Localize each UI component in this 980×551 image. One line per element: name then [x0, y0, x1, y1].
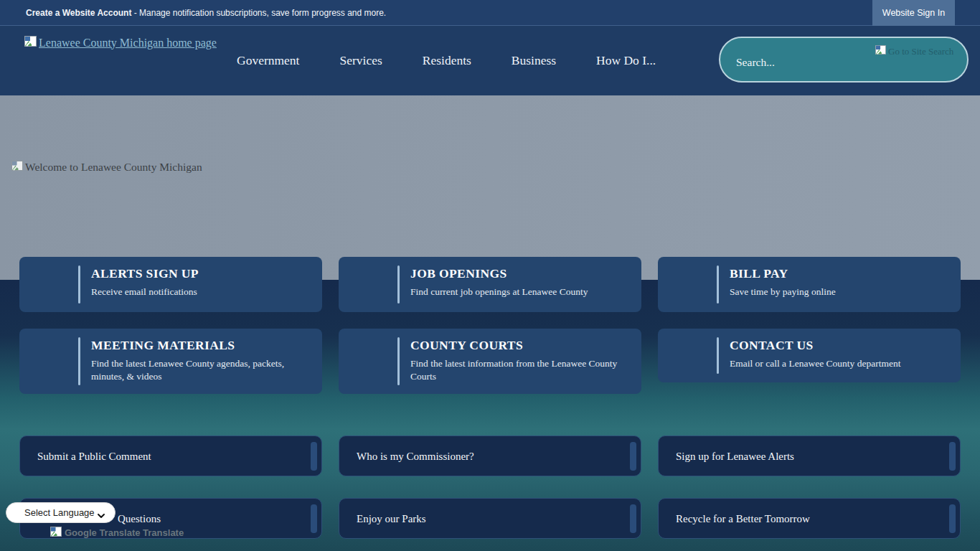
- main-navigation: Government Services Residents Business H…: [237, 26, 656, 95]
- card-body: JOB OPENINGS Find current job openings a…: [339, 257, 641, 308]
- card-body: COUNTY COURTS Find the latest informatio…: [339, 329, 641, 392]
- card-description: Email or call a Lenawee County departmen…: [730, 357, 946, 370]
- quick-link-who-is-my-commissioner[interactable]: Who is my Commissioner?: [339, 435, 641, 476]
- card-body: CONTACT US Email or call a Lenawee Count…: [658, 329, 961, 380]
- google-translate-attribution[interactable]: Google Translate Translate: [50, 527, 184, 539]
- search-input[interactable]: [736, 54, 865, 71]
- quick-link-label: Sign up for Lenawee Alerts: [676, 450, 794, 462]
- account-message: Create a Website Account - Manage notifi…: [26, 0, 386, 26]
- broken-image-icon: [50, 527, 62, 539]
- quick-link-enjoy-our-parks[interactable]: Enjoy our Parks: [339, 498, 641, 539]
- quick-link-label: Questions: [118, 512, 161, 524]
- search-box[interactable]: Go to Site Search: [719, 37, 969, 83]
- quick-link-label: Who is my Commissioner?: [357, 450, 474, 462]
- search-go-alt-text: Go to Site Search: [888, 46, 953, 57]
- card-divider: [717, 337, 719, 374]
- card-description: Find the latest Lenawee County agendas, …: [91, 357, 308, 382]
- card-body: MEETING MATERIALS Find the latest Lenawe…: [19, 329, 322, 392]
- nav-item-services[interactable]: Services: [339, 53, 382, 68]
- card-description: Receive email notifications: [91, 286, 308, 298]
- feature-card-row-1: ALERTS SIGN UP Receive email notificatio…: [19, 257, 961, 312]
- card-title: BILL PAY: [730, 266, 946, 281]
- card-title: COUNTY COURTS: [410, 338, 627, 353]
- create-account-link[interactable]: Create a Website Account: [26, 8, 131, 18]
- card-alerts-sign-up[interactable]: ALERTS SIGN UP Receive email notificatio…: [19, 257, 322, 312]
- language-select-dropdown[interactable]: Select Language: [6, 502, 116, 523]
- broken-image-icon: [11, 161, 23, 174]
- card-divider: [397, 337, 400, 385]
- quick-link-label: Enjoy our Parks: [357, 512, 426, 524]
- card-divider: [78, 265, 80, 303]
- nav-item-government[interactable]: Government: [237, 53, 299, 68]
- hero-alt-text: Welcome to Lenawee County Michigan: [25, 161, 202, 174]
- hero-broken-image: Welcome to Lenawee County Michigan: [11, 161, 202, 174]
- site-header: Lenawee County Michigan home page Govern…: [0, 26, 980, 95]
- quick-link-recycle-better-tomorrow[interactable]: Recycle for a Better Tomorrow: [658, 498, 961, 539]
- button-accent-bar: [311, 504, 317, 533]
- card-bill-pay[interactable]: BILL PAY Save time by paying online: [658, 257, 961, 312]
- button-accent-bar: [949, 442, 956, 471]
- search-go-button[interactable]: Go to Site Search: [875, 45, 953, 57]
- card-meeting-materials[interactable]: MEETING MATERIALS Find the latest Lenawe…: [19, 329, 322, 394]
- card-title: ALERTS SIGN UP: [91, 266, 308, 281]
- account-message-text: - Manage notification subscriptions, sav…: [131, 8, 386, 18]
- card-description: Save time by paying online: [730, 286, 946, 298]
- quick-link-submit-public-comment[interactable]: Submit a Public Comment: [19, 435, 322, 476]
- nav-item-business[interactable]: Business: [512, 53, 556, 68]
- card-title: JOB OPENINGS: [410, 266, 627, 281]
- home-logo-link[interactable]: Lenawee County Michigan home page: [24, 36, 217, 50]
- hero-banner: Welcome to Lenawee County Michigan: [0, 95, 980, 280]
- home-logo-alt-text: Lenawee County Michigan home page: [39, 37, 217, 50]
- nav-item-residents[interactable]: Residents: [423, 53, 471, 68]
- card-title: CONTACT US: [730, 338, 946, 353]
- broken-image-icon: [24, 36, 37, 50]
- chevron-down-icon: [97, 509, 105, 522]
- page: Create a Website Account - Manage notifi…: [0, 0, 980, 551]
- website-sign-in-button[interactable]: Website Sign In: [872, 0, 955, 26]
- button-accent-bar: [630, 442, 636, 471]
- card-divider: [397, 265, 400, 303]
- button-accent-bar: [630, 504, 636, 533]
- button-accent-bar: [311, 442, 317, 471]
- quick-link-sign-up-lenawee-alerts[interactable]: Sign up for Lenawee Alerts: [658, 435, 961, 476]
- google-translate-alt-text: Google Translate Translate: [65, 527, 184, 538]
- quick-link-label: Submit a Public Comment: [37, 450, 151, 462]
- top-bar: Create a Website Account - Manage notifi…: [0, 0, 980, 26]
- card-job-openings[interactable]: JOB OPENINGS Find current job openings a…: [339, 257, 641, 312]
- nav-item-how-do-i[interactable]: How Do I...: [596, 53, 656, 68]
- card-county-courts[interactable]: COUNTY COURTS Find the latest informatio…: [339, 329, 641, 394]
- quick-link-row-1: Submit a Public Comment Who is my Commis…: [19, 435, 961, 476]
- card-body: BILL PAY Save time by paying online: [658, 257, 961, 308]
- sign-in-label: Website Sign In: [882, 8, 945, 18]
- card-divider: [717, 265, 719, 303]
- card-body: ALERTS SIGN UP Receive email notificatio…: [19, 257, 322, 308]
- button-accent-bar: [949, 504, 956, 533]
- language-select-label: Select Language: [6, 507, 95, 518]
- card-contact-us[interactable]: CONTACT US Email or call a Lenawee Count…: [658, 329, 961, 382]
- card-description: Find the latest information from the Len…: [410, 357, 627, 382]
- card-divider: [78, 337, 80, 385]
- card-title: MEETING MATERIALS: [91, 338, 308, 353]
- feature-card-row-2: MEETING MATERIALS Find the latest Lenawe…: [19, 329, 961, 394]
- broken-image-icon: [875, 45, 886, 57]
- card-description: Find current job openings at Lenawee Cou…: [410, 286, 627, 298]
- quick-link-label: Recycle for a Better Tomorrow: [676, 512, 810, 524]
